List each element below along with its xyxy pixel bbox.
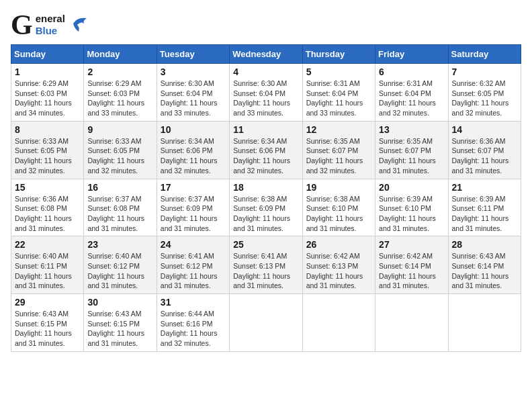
calendar-week-row: 15 Sunrise: 6:36 AM Sunset: 6:08 PM Dayl… xyxy=(11,179,521,236)
day-number: 19 xyxy=(306,182,371,193)
day-number: 11 xyxy=(233,124,298,135)
day-info: Sunrise: 6:44 AM Sunset: 6:16 PM Dayligh… xyxy=(161,309,226,349)
calendar-day-cell: 13 Sunrise: 6:35 AM Sunset: 6:07 PM Dayl… xyxy=(375,121,448,179)
day-info: Sunrise: 6:37 AM Sunset: 6:09 PM Dayligh… xyxy=(161,194,226,234)
day-info: Sunrise: 6:43 AM Sunset: 6:15 PM Dayligh… xyxy=(15,309,80,349)
calendar-day-cell: 7 Sunrise: 6:32 AM Sunset: 6:05 PM Dayli… xyxy=(448,64,521,122)
day-info: Sunrise: 6:36 AM Sunset: 6:07 PM Dayligh… xyxy=(452,136,517,176)
calendar-day-cell: 18 Sunrise: 6:38 AM Sunset: 6:09 PM Dayl… xyxy=(230,179,302,236)
day-info: Sunrise: 6:29 AM Sunset: 6:03 PM Dayligh… xyxy=(87,79,152,118)
day-info: Sunrise: 6:32 AM Sunset: 6:05 PM Dayligh… xyxy=(452,79,517,118)
calendar-day-cell: 9 Sunrise: 6:33 AM Sunset: 6:05 PM Dayli… xyxy=(84,121,157,179)
day-number: 14 xyxy=(452,124,517,135)
calendar-day-cell: 17 Sunrise: 6:37 AM Sunset: 6:09 PM Dayl… xyxy=(157,179,229,236)
empty-cell xyxy=(302,294,375,352)
day-number: 17 xyxy=(161,182,226,193)
day-number: 13 xyxy=(379,124,444,135)
empty-cell xyxy=(448,294,521,352)
day-number: 10 xyxy=(161,124,226,135)
calendar-day-cell: 30 Sunrise: 6:43 AM Sunset: 6:15 PM Dayl… xyxy=(84,294,157,352)
day-info: Sunrise: 6:30 AM Sunset: 6:04 PM Dayligh… xyxy=(233,79,298,118)
calendar-day-cell: 4 Sunrise: 6:30 AM Sunset: 6:04 PM Dayli… xyxy=(230,64,302,122)
day-header-friday: Friday xyxy=(375,45,448,64)
day-info: Sunrise: 6:36 AM Sunset: 6:08 PM Dayligh… xyxy=(15,194,80,234)
day-info: Sunrise: 6:30 AM Sunset: 6:04 PM Dayligh… xyxy=(161,79,226,118)
calendar-week-row: 8 Sunrise: 6:33 AM Sunset: 6:05 PM Dayli… xyxy=(11,121,521,179)
day-info: Sunrise: 6:42 AM Sunset: 6:13 PM Dayligh… xyxy=(306,251,371,291)
calendar-day-cell: 1 Sunrise: 6:29 AM Sunset: 6:03 PM Dayli… xyxy=(11,64,84,122)
day-number: 30 xyxy=(87,297,152,308)
day-number: 12 xyxy=(306,124,371,135)
calendar-day-cell: 31 Sunrise: 6:44 AM Sunset: 6:16 PM Dayl… xyxy=(157,294,229,352)
day-number: 15 xyxy=(15,182,80,193)
day-info: Sunrise: 6:35 AM Sunset: 6:07 PM Dayligh… xyxy=(379,136,444,176)
day-header-sunday: Sunday xyxy=(11,45,84,64)
logo: G eneral Blue xyxy=(11,11,89,39)
calendar-day-cell: 26 Sunrise: 6:42 AM Sunset: 6:13 PM Dayl… xyxy=(302,236,375,294)
calendar-day-cell: 23 Sunrise: 6:40 AM Sunset: 6:12 PM Dayl… xyxy=(84,236,157,294)
day-header-saturday: Saturday xyxy=(448,45,521,64)
calendar-day-cell: 22 Sunrise: 6:40 AM Sunset: 6:11 PM Dayl… xyxy=(11,236,84,294)
calendar-day-cell: 5 Sunrise: 6:31 AM Sunset: 6:04 PM Dayli… xyxy=(302,64,375,122)
day-info: Sunrise: 6:31 AM Sunset: 6:04 PM Dayligh… xyxy=(379,79,444,118)
day-header-monday: Monday xyxy=(84,45,157,64)
calendar-day-cell: 16 Sunrise: 6:37 AM Sunset: 6:08 PM Dayl… xyxy=(84,179,157,236)
day-number: 23 xyxy=(87,239,152,250)
calendar-day-cell: 10 Sunrise: 6:34 AM Sunset: 6:06 PM Dayl… xyxy=(157,121,229,179)
logo-g-letter: G xyxy=(11,11,33,39)
day-info: Sunrise: 6:41 AM Sunset: 6:13 PM Dayligh… xyxy=(233,251,298,291)
calendar-day-cell: 15 Sunrise: 6:36 AM Sunset: 6:08 PM Dayl… xyxy=(11,179,84,236)
logo-blue-text: Blue xyxy=(36,25,58,36)
calendar-day-cell: 11 Sunrise: 6:34 AM Sunset: 6:06 PM Dayl… xyxy=(230,121,302,179)
logo-general-text: eneral xyxy=(36,13,65,24)
day-header-thursday: Thursday xyxy=(302,45,375,64)
day-number: 18 xyxy=(233,182,298,193)
day-info: Sunrise: 6:31 AM Sunset: 6:04 PM Dayligh… xyxy=(306,79,371,118)
day-info: Sunrise: 6:33 AM Sunset: 6:05 PM Dayligh… xyxy=(15,136,80,176)
day-number: 4 xyxy=(233,66,298,77)
calendar-day-cell: 3 Sunrise: 6:30 AM Sunset: 6:04 PM Dayli… xyxy=(157,64,229,122)
day-info: Sunrise: 6:33 AM Sunset: 6:05 PM Dayligh… xyxy=(87,136,152,176)
calendar-day-cell: 6 Sunrise: 6:31 AM Sunset: 6:04 PM Dayli… xyxy=(375,64,448,122)
day-info: Sunrise: 6:35 AM Sunset: 6:07 PM Dayligh… xyxy=(306,136,371,176)
day-info: Sunrise: 6:43 AM Sunset: 6:14 PM Dayligh… xyxy=(452,251,517,291)
day-number: 26 xyxy=(306,239,371,250)
day-number: 31 xyxy=(161,297,226,308)
calendar-day-cell: 21 Sunrise: 6:39 AM Sunset: 6:11 PM Dayl… xyxy=(448,179,521,236)
calendar-day-cell: 2 Sunrise: 6:29 AM Sunset: 6:03 PM Dayli… xyxy=(84,64,157,122)
day-header-tuesday: Tuesday xyxy=(157,45,229,64)
day-number: 3 xyxy=(161,66,226,77)
day-number: 20 xyxy=(379,182,444,193)
day-number: 9 xyxy=(87,124,152,135)
calendar-day-cell: 27 Sunrise: 6:42 AM Sunset: 6:14 PM Dayl… xyxy=(375,236,448,294)
day-info: Sunrise: 6:42 AM Sunset: 6:14 PM Dayligh… xyxy=(379,251,444,291)
calendar-day-cell: 20 Sunrise: 6:39 AM Sunset: 6:10 PM Dayl… xyxy=(375,179,448,236)
empty-cell xyxy=(230,294,302,352)
calendar-day-cell: 24 Sunrise: 6:41 AM Sunset: 6:12 PM Dayl… xyxy=(157,236,229,294)
day-info: Sunrise: 6:34 AM Sunset: 6:06 PM Dayligh… xyxy=(233,136,298,176)
calendar-week-row: 29 Sunrise: 6:43 AM Sunset: 6:15 PM Dayl… xyxy=(11,294,521,352)
calendar-day-cell: 12 Sunrise: 6:35 AM Sunset: 6:07 PM Dayl… xyxy=(302,121,375,179)
day-info: Sunrise: 6:39 AM Sunset: 6:11 PM Dayligh… xyxy=(452,194,517,234)
calendar-week-row: 22 Sunrise: 6:40 AM Sunset: 6:11 PM Dayl… xyxy=(11,236,521,294)
day-number: 7 xyxy=(452,66,517,77)
day-info: Sunrise: 6:40 AM Sunset: 6:11 PM Dayligh… xyxy=(15,251,80,291)
day-number: 5 xyxy=(306,66,371,77)
day-header-wednesday: Wednesday xyxy=(230,45,302,64)
calendar-day-cell: 14 Sunrise: 6:36 AM Sunset: 6:07 PM Dayl… xyxy=(448,121,521,179)
day-number: 16 xyxy=(87,182,152,193)
day-info: Sunrise: 6:43 AM Sunset: 6:15 PM Dayligh… xyxy=(87,309,152,349)
calendar-day-cell: 25 Sunrise: 6:41 AM Sunset: 6:13 PM Dayl… xyxy=(230,236,302,294)
day-number: 25 xyxy=(233,239,298,250)
day-number: 29 xyxy=(15,297,80,308)
calendar-day-cell: 8 Sunrise: 6:33 AM Sunset: 6:05 PM Dayli… xyxy=(11,121,84,179)
day-info: Sunrise: 6:39 AM Sunset: 6:10 PM Dayligh… xyxy=(379,194,444,234)
calendar-day-cell: 28 Sunrise: 6:43 AM Sunset: 6:14 PM Dayl… xyxy=(448,236,521,294)
calendar-header-row: SundayMondayTuesdayWednesdayThursdayFrid… xyxy=(11,45,521,64)
day-info: Sunrise: 6:40 AM Sunset: 6:12 PM Dayligh… xyxy=(87,251,152,291)
day-number: 6 xyxy=(379,66,444,77)
day-number: 27 xyxy=(379,239,444,250)
page-header: G eneral Blue xyxy=(11,11,521,39)
calendar-day-cell: 29 Sunrise: 6:43 AM Sunset: 6:15 PM Dayl… xyxy=(11,294,84,352)
day-number: 24 xyxy=(161,239,226,250)
